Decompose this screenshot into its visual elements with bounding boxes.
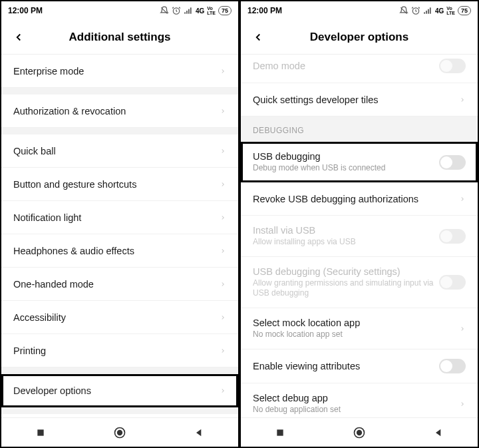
settings-row-2[interactable]: Quick ball [1,134,238,168]
row-main: Quick ball [13,146,214,156]
header: Additional settings [1,20,238,55]
nav-bar [1,417,238,447]
status-volte-label: VoLTE [446,6,455,15]
page-title: Developer options [266,31,452,44]
row-title: Notification light [13,212,214,223]
dnd-icon [399,6,408,15]
settings-list[interactable]: Demo modeQuick settings developer tilesD… [241,55,478,417]
toggle-switch[interactable] [439,275,466,290]
toggle-switch[interactable] [439,359,466,373]
settings-row-0[interactable]: Enterprise mode [1,55,238,88]
settings-row-8[interactable]: Printing [1,334,238,367]
svg-rect-12 [428,9,429,14]
dnd-icon [160,6,169,15]
settings-row-10[interactable]: Backup & reset [1,414,238,417]
settings-row-pre-0[interactable]: Quick settings developer tiles [241,83,478,116]
back-button[interactable] [11,29,27,45]
row-title: One-handed mode [13,279,214,290]
status-bar: 12:00 PM 4G VoLTE 75 [1,1,238,20]
settings-row-dbg-1[interactable]: Revoke USB debugging authorizations [241,182,478,216]
chevron-left-icon [13,31,25,43]
chevron-right-icon [459,399,466,409]
settings-row-dbg-2[interactable]: Install via USBAllow installing apps via… [241,216,478,257]
svg-rect-13 [430,7,431,13]
phone-left: 12:00 PM 4G VoLTE 75 Additional settings… [0,0,240,448]
triangle-left-icon [433,427,444,438]
status-net-label: 4G [196,7,204,15]
row-subtitle: Allow installing apps via USB [253,237,439,247]
settings-row-dbg-3[interactable]: USB debugging (Security settings)Allow g… [241,257,478,308]
header: Developer options [241,20,478,55]
settings-row-1[interactable]: Authorization & revocation [1,95,238,128]
row-title: Printing [13,345,214,356]
nav-home-button[interactable] [106,419,133,446]
status-icons: 4G VoLTE 75 [399,6,471,15]
chevron-right-icon [220,246,226,256]
settings-row-6[interactable]: One-handed mode [1,268,238,301]
triangle-left-icon [194,427,204,438]
row-title: USB debugging [253,151,439,162]
chevron-right-icon [220,67,226,76]
back-button[interactable] [250,29,266,45]
settings-row-dbg-4[interactable]: Select mock location appNo mock location… [241,308,478,349]
row-title: Install via USB [253,225,439,236]
alarm-icon [172,6,181,15]
row-main: Revoke USB debugging authorizations [253,194,454,204]
settings-row-4[interactable]: Notification light [1,201,238,234]
row-title: Button and gesture shortcuts [13,179,214,190]
battery-indicator: 75 [218,6,232,15]
row-subtitle: Allow granting permissions and simulatin… [253,278,439,298]
chevron-right-icon [220,313,226,322]
settings-row-dbg-6[interactable]: Select debug appNo debug application set [241,383,478,417]
row-title: Quick ball [13,146,214,156]
svg-rect-1 [184,12,186,13]
settings-row-demo-mode[interactable]: Demo mode [241,55,478,83]
row-main: Install via USBAllow installing apps via… [253,225,439,247]
settings-row-5[interactable]: Headphones & audio effects [1,234,238,268]
svg-rect-11 [426,11,427,14]
row-title: Select debug app [253,393,454,403]
section-header-debugging: DEBUGGING [241,116,478,142]
row-title: Authorization & revocation [13,106,214,116]
row-main: Accessibility [13,312,214,323]
settings-row-7[interactable]: Accessibility [1,301,238,334]
nav-home-button[interactable] [346,419,373,446]
row-main: Button and gesture shortcuts [13,179,214,190]
row-main: Enable viewing attributes [253,361,439,371]
svg-marker-17 [436,429,440,436]
status-time: 12:00 PM [8,6,43,15]
chevron-right-icon [459,324,466,334]
status-bar: 12:00 PM 4G VoLTE 75 [241,1,478,20]
status-time: 12:00 PM [247,6,282,15]
chevron-right-icon [220,346,226,355]
nav-back-button[interactable] [425,419,452,446]
row-main: USB debugging (Security settings)Allow g… [253,266,439,298]
settings-row-dbg-5[interactable]: Enable viewing attributes [241,349,478,383]
row-title: Accessibility [13,312,214,323]
row-title: Enterprise mode [13,66,214,77]
row-main: Headphones & audio effects [13,246,214,256]
svg-rect-10 [424,12,425,13]
svg-rect-3 [188,9,190,14]
circle-icon [353,426,366,439]
signal-icon [423,6,432,15]
toggle-switch[interactable] [439,155,466,170]
settings-row-9[interactable]: Developer options [1,374,238,407]
row-main: One-handed mode [13,279,214,290]
svg-rect-14 [277,429,283,435]
nav-recent-button[interactable] [267,419,293,446]
toggle-switch[interactable] [439,229,466,244]
row-title: Revoke USB debugging authorizations [253,194,454,204]
toggle-switch[interactable] [439,59,466,73]
nav-recent-button[interactable] [27,419,54,446]
settings-list[interactable]: Enterprise modeAuthorization & revocatio… [1,55,238,417]
chevron-right-icon [220,180,226,189]
status-volte-label: VoLTE [207,6,216,15]
row-title: Select mock location app [253,318,454,328]
row-title: Enable viewing attributes [253,361,439,371]
row-subtitle: Debug mode when USB is connected [253,163,439,173]
settings-row-3[interactable]: Button and gesture shortcuts [1,168,238,201]
nav-back-button[interactable] [186,419,212,446]
settings-row-dbg-0[interactable]: USB debuggingDebug mode when USB is conn… [241,142,478,182]
row-main: Developer options [13,385,214,396]
